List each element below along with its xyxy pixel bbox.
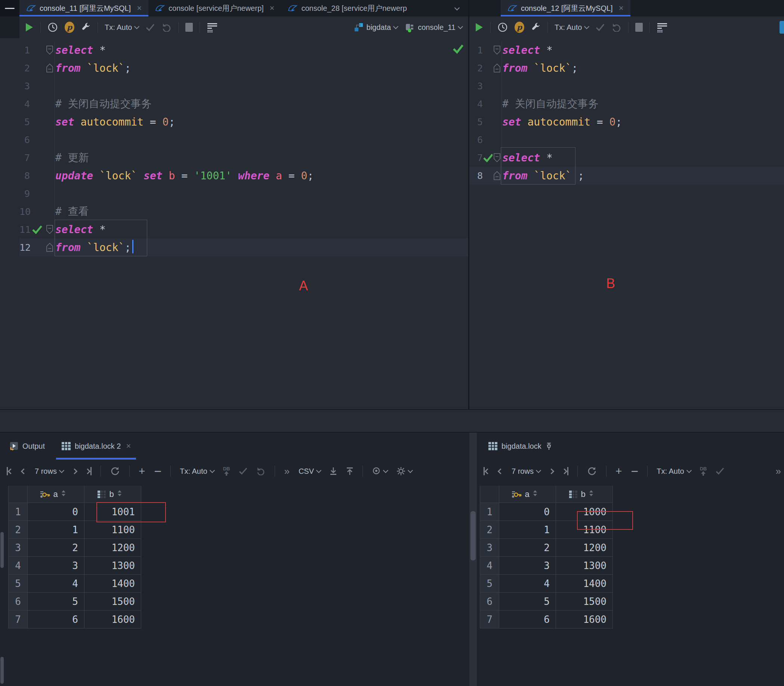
row-number[interactable]: 2 (8, 521, 28, 539)
editor-tab[interactable]: console_11 [阿里云MySQL]× (20, 0, 149, 16)
row-number[interactable]: 4 (8, 557, 28, 575)
delete-row-icon[interactable]: − (631, 464, 638, 479)
tab-result-grid[interactable]: bigdata.lock 2 × (61, 433, 131, 460)
page-size-select[interactable]: 7 rows (35, 467, 64, 475)
submit-to-db-icon[interactable]: DB (700, 467, 707, 475)
wrench-icon[interactable] (531, 23, 541, 32)
cell-b[interactable]: 1100 (85, 521, 141, 539)
gear-icon[interactable] (397, 467, 412, 475)
parameters-icon[interactable]: p (514, 22, 524, 33)
cell-b[interactable]: 1400 (556, 575, 613, 593)
editor-tab[interactable]: console_12 [阿里云MySQL]× (501, 0, 630, 16)
last-page-icon[interactable] (562, 467, 568, 475)
code-text[interactable] (55, 131, 55, 149)
row-number[interactable]: 7 (8, 611, 28, 629)
close-icon[interactable]: × (137, 3, 142, 13)
session-selector[interactable]: console_11 (404, 22, 462, 33)
code-text[interactable]: set autocommit = 0; (55, 113, 175, 131)
cell-b[interactable]: 1300 (85, 557, 141, 575)
code-text[interactable]: from `lock`; (501, 59, 578, 77)
code-line-7[interactable]: 7# 更新 (20, 149, 468, 167)
cell-b[interactable]: 1500 (556, 593, 613, 611)
cell-b[interactable]: 1200 (85, 539, 141, 557)
hidden-tabs-chevron-icon[interactable] (450, 3, 464, 14)
commit-check-icon[interactable] (145, 23, 155, 31)
row-number-header[interactable] (480, 486, 499, 503)
code-text[interactable]: # 查看 (55, 203, 89, 220)
code-text[interactable]: select * (501, 41, 553, 59)
code-line-3[interactable]: 3 (20, 77, 468, 95)
pin-icon[interactable] (545, 442, 553, 450)
more-actions-icon[interactable]: » (776, 466, 781, 477)
in-editor-results-icon[interactable] (207, 22, 218, 33)
column-header-a[interactable]: a (28, 486, 85, 503)
code-line-9[interactable]: 9 (20, 185, 468, 203)
cell-a[interactable]: 1 (499, 521, 556, 539)
code-line-6[interactable]: 6 (20, 131, 468, 149)
editor-tab[interactable]: console_28 [service用户newerp (281, 0, 413, 16)
column-header-b[interactable]: b (556, 486, 613, 503)
code-text[interactable]: # 关闭自动提交事务 (55, 95, 152, 113)
next-page-icon[interactable] (549, 468, 555, 474)
scrollbar-thumb[interactable] (0, 532, 4, 568)
row-number[interactable]: 5 (8, 575, 28, 593)
in-editor-results-icon[interactable] (657, 22, 668, 33)
code-text[interactable] (55, 77, 55, 95)
fold-marker-icon[interactable] (45, 46, 55, 55)
commit-check-icon[interactable] (239, 467, 248, 475)
page-size-select[interactable]: 7 rows (511, 467, 541, 475)
cell-a[interactable]: 0 (28, 503, 85, 521)
tx-mode-select[interactable]: Tx: Auto (180, 467, 214, 475)
wrench-icon[interactable] (81, 23, 91, 32)
code-line-5[interactable]: 5set autocommit = 0; (20, 113, 468, 131)
cell-b[interactable]: 1400 (85, 575, 141, 593)
cell-a[interactable]: 4 (499, 575, 556, 593)
export-download-icon[interactable] (330, 467, 337, 475)
next-page-icon[interactable] (72, 468, 78, 474)
code-text[interactable]: set autocommit = 0; (501, 113, 622, 131)
row-number[interactable]: 1 (480, 503, 499, 521)
column-header-b[interactable]: b (85, 486, 141, 503)
scrollbar-track[interactable] (469, 433, 477, 686)
code-text[interactable]: select * (55, 41, 106, 59)
cell-b[interactable]: 1500 (85, 593, 141, 611)
tab-result-grid[interactable]: bigdata.lock (488, 433, 553, 460)
fold-marker-icon[interactable] (493, 153, 501, 162)
cell-a[interactable]: 5 (499, 593, 556, 611)
fold-marker-icon[interactable] (45, 64, 55, 72)
cell-a[interactable]: 5 (28, 593, 85, 611)
refresh-icon[interactable] (110, 466, 120, 476)
code-text[interactable]: # 更新 (55, 149, 89, 167)
export-format-select[interactable]: CSV (299, 467, 321, 475)
more-actions-icon[interactable]: » (284, 466, 289, 477)
code-text[interactable]: from `lock` ; (501, 167, 584, 185)
row-number[interactable]: 3 (8, 539, 28, 557)
stop-icon[interactable] (635, 23, 643, 32)
fold-marker-icon[interactable] (493, 46, 501, 55)
close-icon[interactable]: × (619, 3, 624, 13)
sort-icon[interactable] (61, 490, 66, 499)
fold-marker-icon[interactable] (493, 171, 501, 180)
code-line-10[interactable]: 10# 查看 (20, 203, 468, 220)
close-icon[interactable]: × (126, 441, 131, 451)
rollback-icon[interactable] (257, 467, 266, 475)
cell-b[interactable]: 1100 (556, 521, 613, 539)
add-row-icon[interactable]: + (616, 465, 622, 477)
code-text[interactable] (55, 185, 55, 203)
editor-tab[interactable]: console [service用户newerp]× (149, 0, 281, 16)
submit-to-db-icon[interactable]: DB (223, 467, 230, 475)
sort-icon[interactable] (588, 490, 594, 499)
row-number[interactable]: 7 (480, 611, 499, 629)
cell-b[interactable]: 1200 (556, 539, 613, 557)
code-line-2[interactable]: 2from `lock`; (20, 59, 468, 77)
row-number[interactable]: 2 (480, 521, 499, 539)
commit-check-icon[interactable] (595, 23, 605, 31)
first-page-icon[interactable] (7, 467, 13, 475)
code-line-7[interactable]: 7select * (469, 149, 784, 167)
rollback-icon[interactable] (612, 23, 621, 32)
tx-mode-select[interactable]: Tx: Auto (555, 23, 588, 32)
code-text[interactable]: from `lock`; (55, 59, 131, 77)
code-text[interactable]: select * (55, 220, 106, 238)
parameters-icon[interactable]: p (65, 22, 74, 33)
cell-a[interactable]: 2 (28, 539, 85, 557)
